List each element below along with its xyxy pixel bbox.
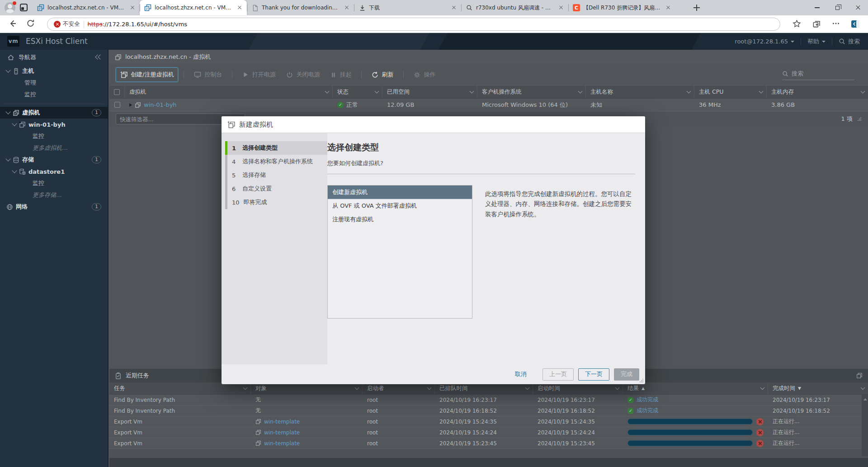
browser-tab[interactable]: r730xd ubuntu 风扇调速 - 搜索 [461,0,568,15]
column-filter-icon[interactable] [861,89,865,94]
column-filter-icon[interactable] [578,89,583,94]
wizard-step[interactable]: 5 选择存储 [227,168,327,182]
browser-tab[interactable]: C 【Dell R730 折腾记录】风扇调速 [568,0,675,15]
column-filter-icon[interactable] [615,386,620,390]
window-restore-button[interactable] [827,0,848,15]
toolbar-button[interactable]: 挂起 [326,67,356,82]
column-filter-icon[interactable] [861,386,865,390]
sidebar-item[interactable]: 存储 1 [0,154,108,166]
column-filter-icon[interactable] [243,386,248,390]
toolbar-button[interactable]: 操作 [409,67,440,82]
column-header[interactable]: 状态 [333,86,382,98]
task-target-link[interactable]: win-template [264,419,300,425]
chevron-down-icon[interactable] [5,109,10,114]
browser-tab[interactable]: 下载 [354,0,461,15]
cancel-task-icon[interactable] [756,440,764,447]
sidebar-item[interactable] [0,100,108,107]
new-tab-button[interactable] [693,4,701,12]
close-tab-icon[interactable] [665,4,672,11]
task-row[interactable]: Find By Inventory Path 无 root 2024/10/19… [109,405,868,416]
refresh-icon[interactable] [26,19,35,28]
column-header[interactable]: 主机名称 [586,86,694,98]
sidebar-item[interactable]: 监控 [0,177,108,189]
resize-grip-icon[interactable] [639,378,644,383]
toolbar-button[interactable]: 创建/注册虚拟机 [116,67,178,82]
task-target-link[interactable]: win-template [264,440,300,447]
table-row[interactable]: win-01-byh ✓正常 12.09 GB Microsoft Window… [109,99,868,111]
tasks-scrollbar[interactable] [862,395,868,456]
chevron-down-icon[interactable] [5,67,10,72]
result-link[interactable]: 成功完成 [637,407,658,415]
toolbar-button[interactable]: 刷新 [367,67,398,82]
wizard-step[interactable]: 1 选择创建类型 [227,141,327,155]
global-search[interactable]: 搜索 [839,38,860,46]
column-filter-icon[interactable] [375,89,379,94]
creation-type-option[interactable]: 注册现有虚拟机 [328,213,472,226]
sidebar-panel-icon[interactable] [851,19,860,29]
sidebar-item[interactable]: 管理 [0,77,108,89]
chevron-down-icon[interactable] [5,156,10,161]
sidebar-item[interactable]: datastore1 [0,166,108,177]
cancel-task-icon[interactable] [756,418,764,425]
cancel-task-icon[interactable] [756,429,764,436]
window-close-button[interactable] [848,0,868,15]
close-tab-icon[interactable] [236,4,243,11]
select-all-checkbox[interactable] [114,89,120,95]
browser-tab[interactable]: localhost.zhzx.net.cn - VMware ES [140,0,247,15]
sidebar-item[interactable]: win-01-byh [0,119,108,130]
close-tab-icon[interactable] [557,4,565,11]
task-row[interactable]: Export Vm win-template root 2024/10/19 1… [109,416,868,427]
vm-name-link[interactable]: win-01-byh [144,101,177,108]
column-filter-icon[interactable] [760,386,765,390]
column-filter-icon[interactable] [759,89,764,94]
close-tab-icon[interactable] [343,4,350,11]
sidebar-item[interactable]: 网络 1 [0,201,108,213]
row-checkbox[interactable] [114,102,120,108]
favorite-star-icon[interactable] [793,19,801,28]
task-row[interactable]: Export Vm win-template root 2024/10/19 1… [109,438,868,449]
browser-tab[interactable]: localhost.zhzx.net.cn - VMware ES [33,0,140,15]
chevron-down-icon[interactable] [12,121,17,126]
url-bar[interactable]: 不安全 https://172.28.1.65/ui/#/host/vms [47,18,780,31]
security-badge[interactable]: 不安全 [54,20,80,28]
table-search-field[interactable]: 搜索 [782,70,854,80]
back-icon[interactable] [8,19,17,28]
back-button[interactable]: 上一页 [542,368,574,381]
toolbar-button[interactable]: 控制台 [189,67,226,82]
window-minimize-button[interactable] [807,0,827,15]
help-menu[interactable]: 帮助 [807,38,826,46]
wizard-step[interactable]: 4 选择名称和客户机操作系统 [227,155,327,168]
collapse-sidebar-icon[interactable] [96,55,102,60]
more-menu-icon[interactable] [832,19,840,28]
task-target-link[interactable]: win-template [264,429,300,436]
workspaces-icon[interactable] [20,4,28,11]
sidebar-item[interactable]: 更多虚拟机... [0,142,108,154]
column-header[interactable]: 客户机操作系统 [477,86,586,98]
column-header[interactable]: 虚拟机 [125,86,333,98]
finish-button[interactable]: 完成 [614,368,639,381]
task-row[interactable]: Export Vm win-template root 2024/10/19 1… [109,427,868,438]
sidebar-item[interactable]: 更多存储... [0,189,108,201]
wizard-step[interactable]: 6 自定义设置 [227,182,327,195]
column-filter-icon[interactable] [470,89,474,94]
column-filter-icon[interactable] [427,386,432,390]
sidebar-item[interactable]: 虚拟机 1 [0,107,108,119]
cancel-button[interactable]: 取消 [508,368,533,381]
wizard-step[interactable]: 10 即将完成 [227,195,327,209]
toolbar-button[interactable]: 关闭电源 [282,67,324,82]
close-tab-icon[interactable] [129,4,136,11]
sidebar-item[interactable]: 监控 [0,89,108,100]
browser-tab[interactable]: Thank you for downloading Ubun [247,0,354,15]
result-link[interactable]: 成功完成 [637,396,658,404]
next-button[interactable]: 下一页 [578,368,609,381]
column-filter-icon[interactable] [525,386,530,390]
creation-type-option[interactable]: 从 OVF 或 OVA 文件部署虚拟机 [328,199,472,213]
sidebar-item[interactable]: 主机 [0,65,108,77]
column-filter-icon[interactable] [355,386,359,390]
collections-icon[interactable] [812,19,821,28]
column-filter-icon[interactable] [325,89,330,94]
column-filter-icon[interactable] [687,89,691,94]
expand-panel-icon[interactable] [856,372,863,379]
column-header[interactable]: 主机 CPU [694,86,767,98]
column-header[interactable]: 主机内存 [767,86,868,98]
